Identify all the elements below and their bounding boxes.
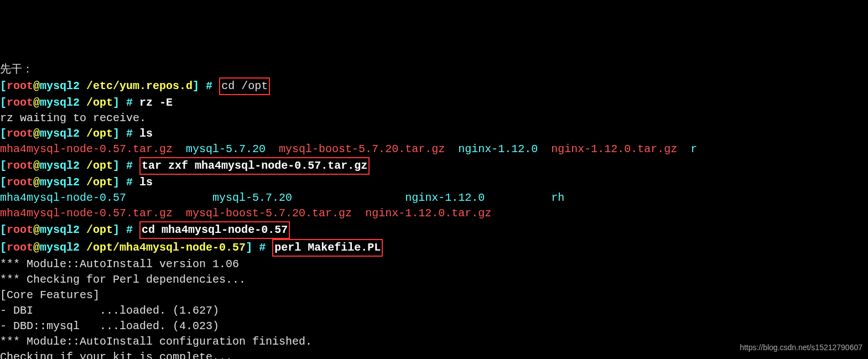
dir-nginx: nginx-1.12.0	[445, 143, 551, 155]
dir-rh-partial: r	[690, 143, 697, 155]
command-perl-makefile[interactable]: perl Makefile.PL	[272, 239, 383, 257]
terminal-line-11: [root@mysql2 /opt/mha4mysql-node-0.57] #…	[0, 239, 868, 257]
dir-mysql-2: mysql-5.7.20	[126, 191, 292, 204]
ls-output-2a: mha4mysql-node-0.57 mysql-5.7.20 nginx-1…	[0, 190, 868, 206]
bracket-close: ] #	[193, 80, 219, 92]
dir-rh: rh	[485, 191, 564, 204]
terminal-line-7: [root@mysql2 /opt] # ls	[0, 175, 868, 190]
dir-mysql: mysql-5.7.20	[173, 143, 279, 155]
file-nginx-tar: nginx-1.12.0.tar.gz	[551, 143, 690, 155]
perl-output-5: - DBD::mysql ...loaded. (4.023)	[0, 319, 868, 334]
command-ls-2[interactable]: ls	[139, 176, 153, 189]
terminal-line-2: [root@mysql2 /opt] # rz -E	[0, 95, 868, 111]
dir-nginx-2: nginx-1.12.0	[292, 191, 485, 204]
perl-output-3: [Core Features]	[0, 288, 868, 303]
ls-output-2b: mha4mysql-node-0.57.tar.gz mysql-boost-5…	[0, 206, 868, 221]
prompt-user: root	[7, 80, 33, 92]
command-rz[interactable]: rz -E	[139, 96, 173, 109]
terminal-line-6: [root@mysql2 /opt] # tar zxf mha4mysql-n…	[0, 157, 868, 175]
watermark-text: https://blog.csdn.net/s15212790607	[740, 342, 862, 353]
file-boost-tar: mysql-boost-5.7.20.tar.gz	[279, 143, 445, 155]
partial-text-top: 先干：	[0, 62, 868, 77]
perl-output-1: *** Module::AutoInstall version 1.06	[0, 257, 868, 272]
bracket-open: [	[0, 80, 7, 92]
command-cd-mha[interactable]: cd mha4mysql-node-0.57	[139, 221, 290, 239]
terminal-line-4: [root@mysql2 /opt] # ls	[0, 126, 868, 142]
prompt-path: /etc/yum.repos.d	[80, 80, 193, 92]
file-boost-tar-2: mysql-boost-5.7.20.tar.gz	[173, 207, 352, 220]
file-mha-tar: mha4mysql-node-0.57.tar.gz	[0, 207, 173, 220]
perl-output-6: *** Module::AutoInstall configuration fi…	[0, 334, 868, 350]
file-tar-gz: mha4mysql-node-0.57.tar.gz	[0, 143, 173, 155]
terminal-line-1: [root@mysql2 /etc/yum.repos.d] # cd /opt	[0, 77, 868, 95]
perl-output-7: Checking if your kit is complete...	[0, 350, 868, 359]
command-tar[interactable]: tar zxf mha4mysql-node-0.57.tar.gz	[139, 157, 370, 175]
rz-output: rz waiting to receive.	[0, 111, 868, 126]
perl-output-2: *** Checking for Perl dependencies...	[0, 272, 868, 288]
file-nginx-tar-2: nginx-1.12.0.tar.gz	[352, 207, 491, 220]
prompt-host: mysql2	[40, 80, 80, 92]
dir-mha-node: mha4mysql-node-0.57	[0, 191, 126, 204]
ls-output-1: mha4mysql-node-0.57.tar.gz mysql-5.7.20 …	[0, 142, 868, 157]
prompt-at: @	[33, 80, 40, 92]
terminal-line-10: [root@mysql2 /opt] # cd mha4mysql-node-0…	[0, 221, 868, 239]
command-ls[interactable]: ls	[139, 127, 153, 140]
command-cd-opt[interactable]: cd /opt	[219, 77, 270, 95]
perl-output-4: - DBI ...loaded. (1.627)	[0, 303, 868, 319]
